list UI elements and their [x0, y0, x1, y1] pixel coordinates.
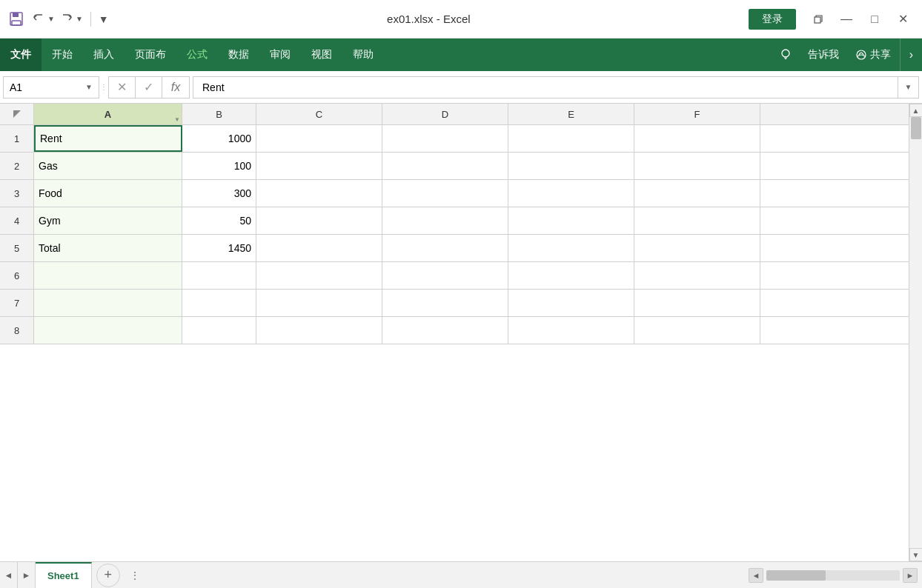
- sheet-tab-sheet1[interactable]: Sheet1: [36, 562, 92, 589]
- cell-6-A[interactable]: [34, 262, 182, 289]
- lightbulb-icon[interactable]: [771, 47, 800, 62]
- cell-5-E[interactable]: [508, 235, 634, 261]
- cell-4-E[interactable]: [508, 207, 634, 234]
- cell-6-B[interactable]: [182, 262, 256, 289]
- cell-5-B[interactable]: 1450: [182, 235, 256, 261]
- cell-1-D[interactable]: [382, 125, 508, 152]
- cell-4-C[interactable]: [256, 207, 382, 234]
- cell-8-D[interactable]: [382, 317, 508, 344]
- cell-7-C[interactable]: [256, 290, 382, 316]
- cell-3-F[interactable]: [634, 180, 760, 207]
- menu-expand-button[interactable]: ›: [900, 39, 922, 71]
- tab-nav-prev[interactable]: ◄: [0, 562, 18, 589]
- scroll-thumb-v[interactable]: [911, 117, 921, 139]
- vertical-scrollbar[interactable]: ▲ ▼: [909, 104, 922, 561]
- cell-4-A[interactable]: Gym: [34, 207, 182, 234]
- col-header-B[interactable]: B: [182, 104, 256, 124]
- cell-3-C[interactable]: [256, 180, 382, 207]
- fx-button[interactable]: fx: [162, 76, 189, 98]
- cell-2-E[interactable]: [508, 153, 634, 179]
- restore-button[interactable]: [805, 6, 832, 33]
- h-scroll-left-button[interactable]: ◄: [749, 568, 763, 583]
- cell-2-B[interactable]: 100: [182, 153, 256, 179]
- cell-1-A[interactable]: Rent: [34, 125, 182, 152]
- cell-5-F[interactable]: [634, 235, 760, 261]
- table-row: 8: [0, 317, 909, 344]
- h-scroll-thumb[interactable]: [766, 570, 826, 581]
- cell-5-D[interactable]: [382, 235, 508, 261]
- redo-button[interactable]: ▼: [59, 12, 83, 27]
- h-scroll-track[interactable]: [766, 570, 900, 581]
- menu-file[interactable]: 文件: [0, 39, 42, 71]
- scroll-up-button[interactable]: ▲: [909, 104, 923, 117]
- close-button[interactable]: ✕: [889, 6, 916, 33]
- confirm-formula-button[interactable]: ✓: [136, 76, 162, 98]
- cell-7-E[interactable]: [508, 290, 634, 316]
- cell-2-C[interactable]: [256, 153, 382, 179]
- tell-me-label[interactable]: 告诉我: [800, 48, 846, 61]
- menu-insert[interactable]: 插入: [83, 39, 125, 71]
- cell-8-B[interactable]: [182, 317, 256, 344]
- login-button[interactable]: 登录: [749, 9, 796, 30]
- cell-3-E[interactable]: [508, 180, 634, 207]
- cell-6-C[interactable]: [256, 262, 382, 289]
- scroll-track-v[interactable]: [911, 117, 921, 548]
- save-icon[interactable]: [6, 9, 27, 30]
- minimize-button[interactable]: —: [833, 6, 860, 33]
- cell-6-F[interactable]: [634, 262, 760, 289]
- cell-2-F[interactable]: [634, 153, 760, 179]
- cell-5-A[interactable]: Total: [34, 235, 182, 261]
- menu-home[interactable]: 开始: [42, 39, 83, 71]
- tab-more-button[interactable]: ⋮: [126, 570, 144, 581]
- cell-8-C[interactable]: [256, 317, 382, 344]
- customize-icon[interactable]: ▼: [99, 13, 109, 25]
- cancel-formula-button[interactable]: ✕: [109, 76, 136, 98]
- menu-view[interactable]: 视图: [301, 39, 342, 71]
- cell-7-A[interactable]: [34, 290, 182, 316]
- cell-7-D[interactable]: [382, 290, 508, 316]
- col-header-C[interactable]: C: [256, 104, 382, 124]
- undo-button[interactable]: ▼: [31, 12, 55, 27]
- tab-nav-next[interactable]: ►: [18, 562, 36, 589]
- menu-bar: 文件 开始 插入 页面布 公式 数据 审阅 视图 帮助 告诉我: [0, 39, 922, 71]
- formula-input-arrow[interactable]: ▼: [898, 76, 919, 98]
- cell-1-F[interactable]: [634, 125, 760, 152]
- menu-review[interactable]: 审阅: [259, 39, 301, 71]
- share-button[interactable]: 共享: [846, 48, 900, 61]
- name-box[interactable]: A1 ▼: [3, 76, 99, 98]
- cell-4-F[interactable]: [634, 207, 760, 234]
- add-sheet-button[interactable]: +: [96, 564, 120, 587]
- cell-8-F[interactable]: [634, 317, 760, 344]
- cell-2-D[interactable]: [382, 153, 508, 179]
- cell-6-E[interactable]: [508, 262, 634, 289]
- menu-layout[interactable]: 页面布: [125, 39, 176, 71]
- cell-4-B[interactable]: 50: [182, 207, 256, 234]
- menu-help[interactable]: 帮助: [342, 39, 384, 71]
- cell-6-D[interactable]: [382, 262, 508, 289]
- cell-3-B[interactable]: 300: [182, 180, 256, 207]
- formula-input[interactable]: [193, 76, 898, 98]
- cell-8-A[interactable]: [34, 317, 182, 344]
- column-headers: A ▼ B C D E F: [0, 104, 909, 125]
- col-header-F[interactable]: F: [634, 104, 760, 124]
- h-scroll-right-button[interactable]: ►: [903, 568, 918, 583]
- cell-3-A[interactable]: Food: [34, 180, 182, 207]
- scroll-down-button[interactable]: ▼: [909, 548, 923, 561]
- cell-1-C[interactable]: [256, 125, 382, 152]
- cell-3-D[interactable]: [382, 180, 508, 207]
- name-box-arrow[interactable]: ▼: [85, 83, 93, 91]
- cell-7-B[interactable]: [182, 290, 256, 316]
- menu-data[interactable]: 数据: [218, 39, 259, 71]
- col-header-D[interactable]: D: [382, 104, 508, 124]
- menu-formula[interactable]: 公式: [176, 39, 218, 71]
- cell-4-D[interactable]: [382, 207, 508, 234]
- cell-5-C[interactable]: [256, 235, 382, 261]
- cell-1-B[interactable]: 1000: [182, 125, 256, 152]
- col-header-E[interactable]: E: [508, 104, 634, 124]
- col-header-A[interactable]: A ▼: [34, 104, 182, 124]
- cell-7-F[interactable]: [634, 290, 760, 316]
- cell-8-E[interactable]: [508, 317, 634, 344]
- cell-2-A[interactable]: Gas: [34, 153, 182, 179]
- cell-1-E[interactable]: [508, 125, 634, 152]
- maximize-button[interactable]: □: [861, 6, 888, 33]
